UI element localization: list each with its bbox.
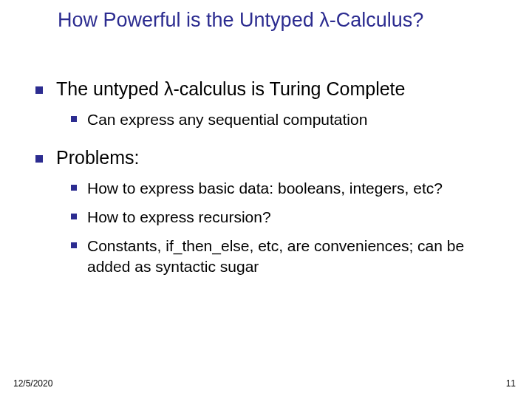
slide: How Powerful is the Untyped λ-Calculus? … (0, 0, 532, 399)
slide-title: How Powerful is the Untyped λ-Calculus? (58, 9, 517, 32)
bullet-text: The untyped λ-calculus is Turing Complet… (56, 78, 405, 100)
bullet-level1: Problems: (35, 146, 502, 169)
slide-body: The untyped λ-calculus is Turing Complet… (35, 78, 502, 285)
bullet-text: How to express recursion? (87, 207, 271, 227)
bullet-level2: Constants, if_then_else, etc, are conven… (71, 236, 502, 276)
bullet-text: How to express basic data: booleans, int… (87, 178, 443, 198)
bullet-level2: How to express recursion? (71, 207, 502, 227)
bullet-level1: The untyped λ-calculus is Turing Complet… (35, 78, 502, 100)
bullet-level2: How to express basic data: booleans, int… (71, 178, 502, 198)
bullet-square-icon (35, 86, 43, 94)
bullet-square-icon (71, 242, 77, 248)
footer-page-number: 11 (506, 378, 516, 389)
bullet-square-icon (71, 185, 77, 191)
bullet-level2: Can express any sequential computation (71, 109, 502, 129)
bullet-text: Can express any sequential computation (87, 109, 367, 129)
bullet-square-icon (71, 214, 77, 219)
bullet-square-icon (35, 155, 43, 163)
spacer (35, 139, 502, 146)
bullet-text: Problems: (56, 146, 140, 169)
footer-date: 12/5/2020 (13, 378, 52, 389)
bullet-square-icon (71, 116, 77, 122)
bullet-text: Constants, if_then_else, etc, are conven… (87, 236, 502, 276)
